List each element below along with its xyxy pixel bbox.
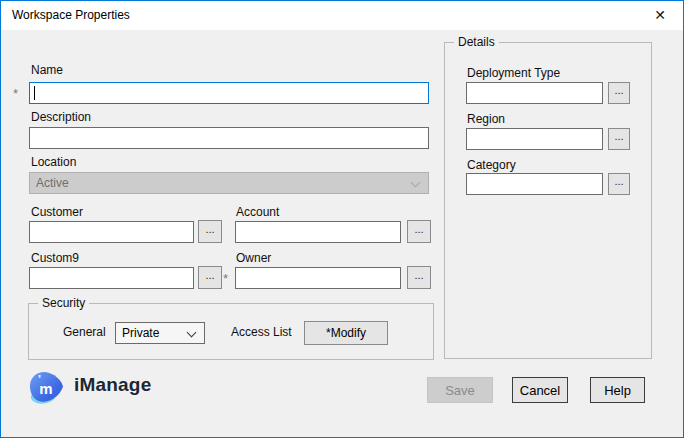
details-group: Details Deployment Type ... Region ... C… bbox=[444, 42, 652, 359]
svg-text:m: m bbox=[39, 380, 52, 397]
category-input[interactable] bbox=[466, 173, 603, 195]
window-title: Workspace Properties bbox=[12, 8, 130, 22]
deployment-type-browse-button[interactable]: ... bbox=[608, 82, 630, 104]
security-group-label: Security bbox=[38, 296, 89, 310]
name-input[interactable] bbox=[29, 82, 429, 104]
custom9-browse-button[interactable]: ... bbox=[198, 266, 222, 289]
access-list-label: Access List bbox=[231, 325, 292, 339]
title-bar: Workspace Properties ✕ bbox=[1, 1, 683, 30]
brand-wordmark: iManage bbox=[74, 374, 151, 396]
custom9-label: Custom9 bbox=[31, 251, 79, 265]
owner-browse-button[interactable]: ... bbox=[407, 266, 431, 289]
account-input[interactable] bbox=[235, 221, 401, 243]
close-button[interactable]: ✕ bbox=[637, 1, 683, 30]
customer-label: Customer bbox=[31, 205, 83, 219]
description-label: Description bbox=[31, 110, 91, 124]
dialog-body: Name * Description Location Active Custo… bbox=[1, 30, 683, 437]
name-label: Name bbox=[31, 63, 63, 77]
owner-required-marker: * bbox=[223, 271, 228, 286]
close-icon: ✕ bbox=[654, 7, 666, 23]
owner-label: Owner bbox=[236, 251, 271, 265]
customer-input[interactable] bbox=[29, 221, 194, 243]
general-label: General bbox=[63, 325, 106, 339]
security-group: Security General Private Access List *Mo… bbox=[28, 303, 434, 360]
details-group-label: Details bbox=[454, 35, 499, 49]
modify-access-list-button[interactable]: *Modify bbox=[304, 321, 388, 345]
category-label: Category bbox=[467, 158, 516, 172]
account-browse-button[interactable]: ... bbox=[407, 220, 431, 243]
description-input[interactable] bbox=[29, 127, 429, 149]
save-button[interactable]: Save bbox=[427, 377, 493, 403]
deployment-type-label: Deployment Type bbox=[467, 66, 560, 80]
location-label: Location bbox=[31, 155, 76, 169]
chevron-down-icon bbox=[187, 328, 197, 338]
location-dropdown: Active bbox=[29, 172, 429, 194]
chevron-down-icon bbox=[411, 178, 421, 188]
customer-browse-button[interactable]: ... bbox=[198, 220, 222, 243]
account-label: Account bbox=[236, 205, 279, 219]
cancel-button[interactable]: Cancel bbox=[512, 377, 568, 403]
location-value: Active bbox=[36, 176, 69, 190]
region-label: Region bbox=[467, 112, 505, 126]
general-security-value: Private bbox=[122, 326, 159, 340]
svg-text:': ' bbox=[38, 373, 41, 385]
imanage-logo-icon: m ' bbox=[27, 370, 65, 405]
help-button[interactable]: Help bbox=[590, 377, 645, 403]
name-required-marker: * bbox=[13, 86, 18, 101]
owner-input[interactable] bbox=[235, 267, 401, 289]
text-caret bbox=[34, 86, 35, 100]
custom9-input[interactable] bbox=[29, 267, 194, 289]
region-browse-button[interactable]: ... bbox=[608, 128, 630, 150]
workspace-properties-dialog: Workspace Properties ✕ Name * Descriptio… bbox=[0, 0, 684, 438]
category-browse-button[interactable]: ... bbox=[608, 173, 630, 195]
general-security-dropdown[interactable]: Private bbox=[115, 322, 205, 344]
deployment-type-input[interactable] bbox=[466, 82, 603, 104]
region-input[interactable] bbox=[466, 128, 603, 150]
